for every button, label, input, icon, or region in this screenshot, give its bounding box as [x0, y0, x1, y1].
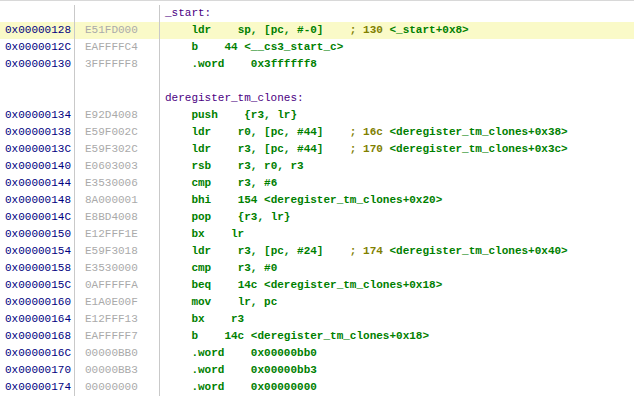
- comment: ; 16c: [350, 126, 390, 138]
- opcode-cell: [75, 5, 160, 22]
- indent: [165, 228, 191, 240]
- mnemonic: bx: [191, 313, 204, 325]
- disassembly-cell: ldr r0, [pc, #44] ; 16c <deregister_tm_c…: [160, 124, 634, 141]
- mnemonic-gap: [211, 194, 237, 206]
- instruction-row[interactable]: 0x000001488A000001 bhi 154 <deregister_t…: [0, 192, 634, 209]
- operands: 154: [238, 194, 264, 206]
- disassembly-cell: ldr r3, [pc, #24] ; 174 <deregister_tm_c…: [160, 243, 634, 260]
- instruction-row[interactable]: 0x0000013CE59F302C ldr r3, [pc, #44] ; 1…: [0, 141, 634, 158]
- mnemonic: beq: [191, 279, 211, 291]
- symbol-link[interactable]: <deregister_tm_clones+0x38>: [389, 126, 567, 138]
- address-cell: 0x00000160: [0, 294, 75, 311]
- mnemonic: .word: [191, 381, 224, 393]
- instruction-row[interactable]: 0x00000134E92D4008 push {r3, lr}: [0, 107, 634, 124]
- symbol-link[interactable]: <deregister_tm_clones+0x18>: [264, 279, 442, 291]
- operands: r0, [pc, #44]: [238, 126, 324, 138]
- indent: [165, 211, 191, 223]
- operands: 0x3ffffff8: [251, 58, 317, 70]
- opcode-cell: [75, 73, 160, 90]
- instruction-row[interactable]: 0x0000014CE8BD4008 pop {r3, lr}: [0, 209, 634, 226]
- instruction-row[interactable]: 0x0000017400000000 .word 0x00000000: [0, 379, 634, 396]
- indent: [165, 109, 191, 121]
- symbol-link[interactable]: <deregister_tm_clones+0x40>: [389, 245, 567, 257]
- symbol-label: deregister_tm_clones:: [165, 92, 304, 104]
- symbol-link[interactable]: <deregister_tm_clones+0x20>: [264, 194, 442, 206]
- instruction-row[interactable]: 0x00000144E3530006 cmp r3, #6: [0, 175, 634, 192]
- operands: 44: [224, 41, 244, 53]
- indent: [165, 143, 191, 155]
- mnemonic-gap: [211, 211, 237, 223]
- operands: 0x00000bb3: [251, 364, 317, 376]
- operands: r3, [pc, #44]: [238, 143, 324, 155]
- instruction-row[interactable]: 0x0000017000000BB3 .word 0x00000bb3: [0, 362, 634, 379]
- indent: [165, 296, 191, 308]
- indent: [165, 279, 191, 291]
- disassembly-cell: .word 0x00000bb0: [160, 345, 634, 362]
- disassembly-cell: b 44 <__cs3_start_c>: [160, 39, 634, 56]
- mnemonic-gap: [211, 143, 237, 155]
- mnemonic: pop: [191, 211, 211, 223]
- instruction-row[interactable]: 0x00000160E1A0E00F mov lr, pc: [0, 294, 634, 311]
- operands: r3, [pc, #24]: [238, 245, 324, 257]
- disassembly-cell: b 14c <deregister_tm_clones+0x18>: [160, 328, 634, 345]
- opcode-cell: E12FFF13: [75, 311, 160, 328]
- mnemonic-gap: [211, 24, 237, 36]
- indent: [165, 245, 191, 257]
- instruction-row[interactable]: 0x00000138E59F002C ldr r0, [pc, #44] ; 1…: [0, 124, 634, 141]
- disassembly-cell: _start:: [160, 5, 634, 22]
- symbol-link[interactable]: <__cs3_start_c>: [244, 41, 343, 53]
- disassembly-cell: [160, 73, 634, 90]
- disassembly-cell: bhi 154 <deregister_tm_clones+0x20>: [160, 192, 634, 209]
- address-cell: 0x00000144: [0, 175, 75, 192]
- label-row: deregister_tm_clones:: [0, 90, 634, 107]
- operands: {r3, lr}: [244, 109, 297, 121]
- comment-gap: [323, 126, 349, 138]
- address-cell: [0, 5, 75, 22]
- address-cell: 0x00000168: [0, 328, 75, 345]
- instruction-row[interactable]: 0x00000140E0603003 rsb r3, r0, r3: [0, 158, 634, 175]
- opcode-cell: 00000BB3: [75, 362, 160, 379]
- disassembly-cell: mov lr, pc: [160, 294, 634, 311]
- instruction-row[interactable]: 0x00000168EAFFFFF7 b 14c <deregister_tm_…: [0, 328, 634, 345]
- instruction-row[interactable]: 0x0000016C00000BB0 .word 0x00000bb0: [0, 345, 634, 362]
- opcode-cell: E0603003: [75, 158, 160, 175]
- mnemonic-gap: [211, 160, 237, 172]
- opcode-cell: 8A000001: [75, 192, 160, 209]
- symbol-link[interactable]: <deregister_tm_clones+0x18>: [251, 330, 429, 342]
- opcode-cell: E59F3018: [75, 243, 160, 260]
- address-cell: 0x0000013C: [0, 141, 75, 158]
- indent: [165, 24, 191, 36]
- instruction-row[interactable]: 0x0000015C0AFFFFFA beq 14c <deregister_t…: [0, 277, 634, 294]
- instruction-row[interactable]: 0x000001303FFFFFF8 .word 0x3ffffff8: [0, 56, 634, 73]
- mnemonic-gap: [218, 109, 244, 121]
- instruction-row[interactable]: 0x00000154E59F3018 ldr r3, [pc, #24] ; 1…: [0, 243, 634, 260]
- opcode-cell: 00000BB0: [75, 345, 160, 362]
- instruction-row[interactable]: 0x00000150E12FFF1E bx lr: [0, 226, 634, 243]
- mnemonic-gap: [205, 228, 231, 240]
- address-cell: [0, 73, 75, 90]
- mnemonic: push: [191, 109, 217, 121]
- mnemonic-gap: [211, 262, 237, 274]
- operands: sp, [pc, #-0]: [238, 24, 324, 36]
- mnemonic-gap: [224, 347, 250, 359]
- instruction-row[interactable]: 0x00000158E3530000 cmp r3, #0: [0, 260, 634, 277]
- disassembly-cell: rsb r3, r0, r3: [160, 158, 634, 175]
- instruction-row[interactable]: 0x0000012CEAFFFFC4 b 44 <__cs3_start_c>: [0, 39, 634, 56]
- symbol-link[interactable]: <deregister_tm_clones+0x3c>: [389, 143, 567, 155]
- mnemonic: .word: [191, 347, 224, 359]
- symbol-link[interactable]: <_start+0x8>: [389, 24, 468, 36]
- instruction-row[interactable]: 0x00000128E51FD000 ldr sp, [pc, #-0] ; 1…: [0, 22, 634, 39]
- indent: [165, 58, 191, 70]
- mnemonic: bx: [191, 228, 204, 240]
- opcode-cell: EAFFFFC4: [75, 39, 160, 56]
- disassembly-cell: bx lr: [160, 226, 634, 243]
- comment: ; 130: [350, 24, 390, 36]
- operands: r3, r0, r3: [238, 160, 304, 172]
- mnemonic: .word: [191, 364, 224, 376]
- mnemonic: cmp: [191, 177, 211, 189]
- address-cell: 0x00000158: [0, 260, 75, 277]
- indent: [165, 41, 191, 53]
- instruction-row[interactable]: 0x00000164E12FFF13 bx r3: [0, 311, 634, 328]
- disassembly-cell: beq 14c <deregister_tm_clones+0x18>: [160, 277, 634, 294]
- disassembly-cell: deregister_tm_clones:: [160, 90, 634, 107]
